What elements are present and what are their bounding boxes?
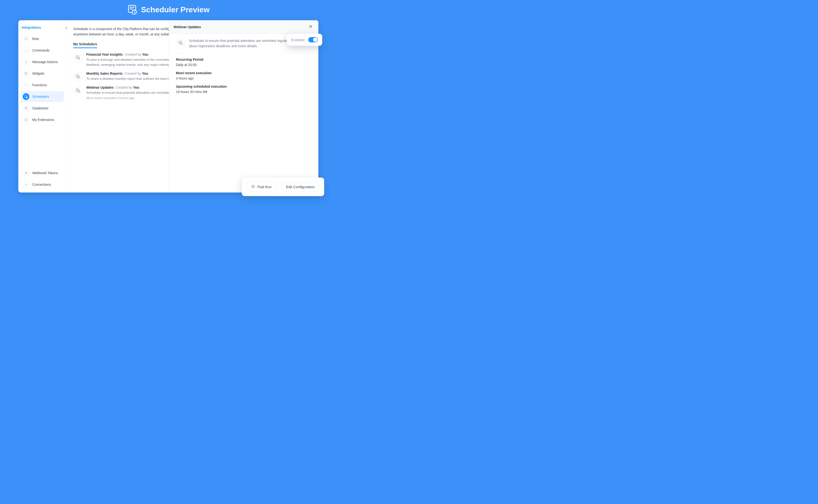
sidebar: Integrations Bots Commands [18,20,66,192]
svg-rect-6 [25,74,26,75]
detail-header: Webinar Updates [169,20,318,34]
scheduler-icon [23,93,29,100]
sidebar-item-my-extensions[interactable]: My Extensions [21,114,64,125]
cloud-icon [23,35,29,42]
sidebar-item-label: Bots [32,37,39,41]
detail-icon [176,38,185,47]
sidebar-item-webhook-tokens[interactable]: Webhook Tokens [21,167,64,179]
sidebar-item-label: Databases [32,106,48,110]
sidebar-item-label: Webhook Tokens [32,171,58,175]
puzzle-icon [23,116,29,123]
page-title: Scheduler Preview [141,5,210,14]
sidebar-item-connections[interactable]: Connections [21,179,64,190]
play-icon [251,185,255,189]
sidebar-item-widgets[interactable]: Widgets [21,68,64,79]
toggle-knob [313,38,317,42]
grid-icon [23,70,29,77]
close-button[interactable] [307,24,314,30]
kv-recurring: Recurring Period Daily at 20:00 [176,58,312,67]
button-label: Trial Run [257,185,271,189]
sidebar-item-databases[interactable]: Databases [21,103,64,114]
detail-description: Scheduler to ensure that potential atten… [189,38,295,49]
sidebar-item-label: Widgets [32,72,45,75]
main-content: Scheduler is a component of the Cliq Pla… [66,20,318,192]
section-title: My Schedulers [73,42,97,48]
sidebar-item-label: Connections [32,183,51,186]
close-icon [309,25,312,29]
gear-icon [23,181,29,188]
enabled-label: Enabled [291,38,304,42]
svg-rect-5 [26,72,27,73]
database-icon [23,105,29,112]
svg-point-14 [26,184,27,185]
detail-title: Webinar Updates [173,25,201,29]
scheduler-row-icon [73,86,82,95]
sidebar-item-bots[interactable]: Bots [21,33,64,44]
page-header: Scheduler Preview [0,0,337,19]
sidebar-item-label: Schedulers [32,95,49,99]
divider [176,53,184,53]
scheduler-preview-icon [127,4,138,15]
sidebar-item-label: Functions [32,83,47,87]
sidebar-item-label: Message Actions [32,60,58,64]
sidebar-item-label: My Extensions [32,118,54,122]
enabled-card: Enabled [287,34,322,46]
sidebar-item-functions[interactable]: Functions [21,80,64,91]
sidebar-item-commands[interactable]: Commands [21,45,64,56]
kv-upcoming: Upcoming scheduled execution 19 hours 33… [176,85,312,94]
webhook-icon [23,170,29,176]
function-icon [23,82,29,88]
scheduler-row-icon [73,72,82,81]
sidebar-item-label: Commands [32,48,50,52]
detail-panel: Webinar Updates Scheduler to ensure that… [169,20,318,192]
edit-configuration-button[interactable]: Edit Configuration [281,182,320,192]
trial-run-button[interactable]: Trial Run [246,182,276,192]
kv-recent: Most recent execution 4 hours ago [176,71,312,80]
actions-card: Trial Run Edit Configuration [242,178,324,196]
sidebar-title: Integrations [18,22,66,32]
sidebar-item-schedulers[interactable]: Schedulers [21,91,64,102]
app-window: Integrations Bots Commands [18,20,318,192]
svg-rect-4 [25,72,26,73]
sidebar-item-message-actions[interactable]: Message Actions [21,56,64,67]
slash-icon [23,47,29,54]
button-label: Edit Configuration [286,185,315,189]
scheduler-row-icon [73,53,82,62]
svg-point-10 [25,107,27,108]
enabled-toggle[interactable] [308,37,318,42]
tap-icon [23,59,29,65]
svg-rect-7 [26,74,27,75]
